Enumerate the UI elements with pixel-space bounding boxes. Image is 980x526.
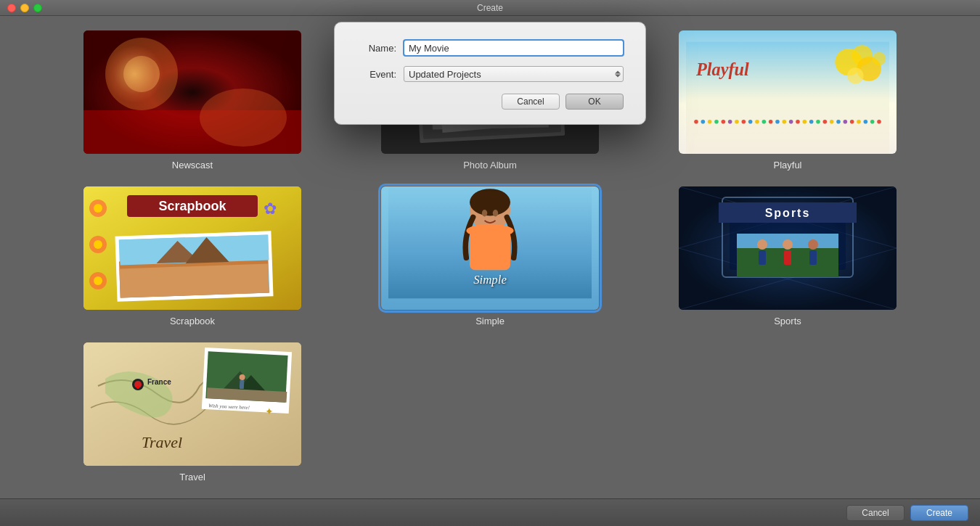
create-dialog: Name: Event: Updated Projects My Events … — [334, 22, 646, 125]
name-label: Name: — [356, 43, 396, 54]
modal-cancel-button[interactable]: Cancel — [502, 94, 560, 110]
modal-overlay: Name: Event: Updated Projects My Events … — [0, 0, 980, 526]
modal-buttons: Cancel OK — [356, 94, 624, 110]
event-row: Event: Updated Projects My Events All Ev… — [356, 66, 624, 82]
modal-ok-button[interactable]: OK — [565, 94, 624, 110]
name-row: Name: — [356, 40, 624, 56]
event-label: Event: — [356, 69, 396, 80]
event-select-wrapper: Updated Projects My Events All Events — [404, 66, 624, 82]
event-select[interactable]: Updated Projects My Events All Events — [404, 66, 624, 82]
name-input[interactable] — [404, 40, 624, 56]
